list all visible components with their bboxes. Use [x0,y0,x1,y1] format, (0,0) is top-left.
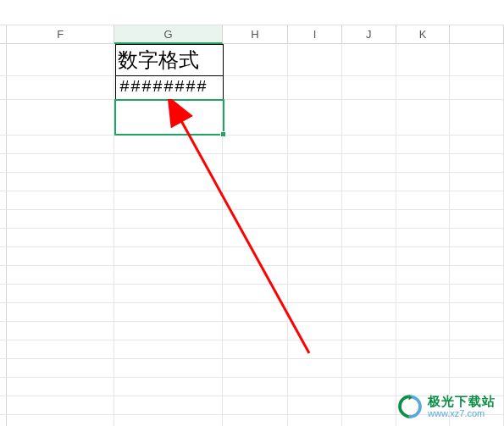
cell[interactable] [450,136,504,154]
cell[interactable] [342,173,396,191]
cell[interactable] [396,100,451,136]
cell[interactable] [114,154,222,173]
cell[interactable] [450,322,504,340]
cell[interactable] [288,44,342,76]
cell[interactable] [223,173,289,191]
cell[interactable] [450,285,504,303]
cell[interactable] [114,136,222,154]
cell[interactable] [223,100,289,136]
cell[interactable] [450,247,504,266]
cell[interactable] [288,154,342,173]
row-header[interactable] [0,76,7,100]
cell[interactable] [114,415,222,426]
cell[interactable] [396,76,451,100]
cell[interactable] [223,191,289,210]
cell[interactable] [450,340,504,359]
cell[interactable] [342,266,396,285]
cell[interactable] [450,229,504,247]
cell[interactable] [288,415,342,426]
cell[interactable] [7,359,114,378]
cell[interactable] [7,340,114,359]
cell[interactable] [223,378,289,396]
row-header[interactable] [0,415,7,426]
cell[interactable] [223,154,289,173]
cell[interactable] [223,303,289,322]
column-header-J[interactable]: J [342,25,396,44]
cell[interactable] [288,396,342,415]
cell[interactable] [114,340,222,359]
cell[interactable] [114,285,222,303]
cell[interactable] [7,415,114,426]
cell[interactable] [114,396,222,415]
row-header[interactable] [0,340,7,359]
cell[interactable] [342,322,396,340]
cell[interactable] [223,136,289,154]
cell[interactable] [450,266,504,285]
column-header-extra[interactable] [450,25,504,44]
column-header-F[interactable]: F [7,25,114,44]
cell[interactable] [288,266,342,285]
row-header[interactable] [0,191,7,210]
row-header[interactable] [0,303,7,322]
cell[interactable] [114,173,222,191]
cell[interactable] [396,266,451,285]
row-header[interactable] [0,154,7,173]
cell[interactable] [396,285,451,303]
cell[interactable] [288,340,342,359]
cell[interactable] [223,285,289,303]
cell[interactable] [114,322,222,340]
cell[interactable] [7,247,114,266]
cell[interactable] [7,136,114,154]
cell[interactable] [450,359,504,378]
cell-selected[interactable] [114,100,222,136]
cell[interactable] [396,340,451,359]
row-header[interactable] [0,136,7,154]
cell[interactable] [396,173,451,191]
cell[interactable] [223,322,289,340]
cell[interactable] [7,100,114,136]
cell[interactable] [450,100,504,136]
cell[interactable] [223,247,289,266]
cell[interactable] [342,229,396,247]
cell[interactable] [342,340,396,359]
cell[interactable] [396,210,451,229]
cell[interactable] [450,76,504,100]
cell[interactable] [342,285,396,303]
cell[interactable] [342,415,396,426]
cell[interactable] [396,359,451,378]
cell[interactable] [396,136,451,154]
cell[interactable] [7,210,114,229]
cell[interactable] [7,322,114,340]
cell[interactable] [223,396,289,415]
cell[interactable] [396,191,451,210]
cell[interactable] [7,154,114,173]
cell[interactable] [342,359,396,378]
cell[interactable] [223,266,289,285]
cell[interactable] [114,303,222,322]
column-header-I[interactable]: I [288,25,342,44]
column-header-H[interactable]: H [223,25,289,44]
cell[interactable] [288,100,342,136]
row-header[interactable] [0,285,7,303]
row-header[interactable] [0,44,7,76]
cell[interactable] [342,44,396,76]
row-header[interactable] [0,247,7,266]
cell[interactable] [223,210,289,229]
cell[interactable] [342,303,396,322]
cell[interactable] [114,210,222,229]
cell[interactable] [7,266,114,285]
row-header[interactable] [0,378,7,396]
cell[interactable] [288,76,342,100]
cell[interactable] [396,303,451,322]
cell[interactable] [288,229,342,247]
cell[interactable] [450,210,504,229]
cell[interactable] [114,359,222,378]
cell[interactable] [450,191,504,210]
cell[interactable] [342,100,396,136]
cell[interactable] [396,44,451,76]
cell[interactable] [288,322,342,340]
cell[interactable] [7,229,114,247]
cell[interactable] [7,378,114,396]
cell[interactable] [450,173,504,191]
cell[interactable] [7,173,114,191]
